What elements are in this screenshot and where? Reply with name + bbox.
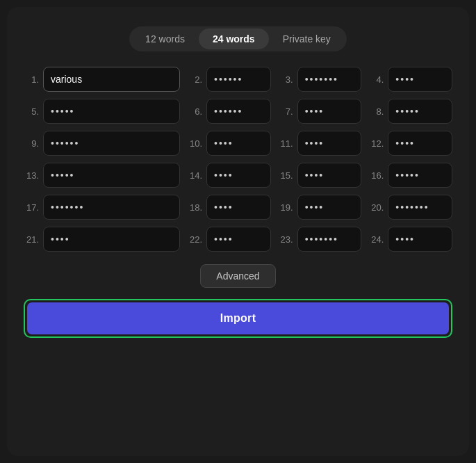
word-number: 8.	[368, 106, 384, 117]
word-cell: 8.•••••	[368, 99, 452, 124]
word-number: 20.	[368, 202, 384, 213]
word-cell: 19.••••	[278, 195, 362, 220]
import-button-wrapper: Import	[24, 299, 452, 338]
word-cell: 23.•••••••	[278, 227, 362, 252]
word-cell: 3.•••••••	[278, 67, 362, 92]
word-dot-3: •••••••	[297, 67, 362, 92]
word-number: 5.	[24, 106, 39, 117]
word-cell: 9.••••••	[24, 131, 180, 156]
word-cell: 13.•••••	[24, 163, 180, 188]
word-cell: 4.••••	[368, 67, 452, 92]
word-number: 4.	[368, 74, 384, 85]
word-cell: 12.••••	[368, 131, 452, 156]
word-dot-21: ••••	[43, 227, 180, 252]
word-cell: 1.	[24, 67, 180, 92]
words-grid: 1.2.••••••3.•••••••4.••••5.•••••6.••••••…	[24, 67, 452, 252]
tab-bar: 12 words 24 words Private key	[129, 26, 347, 51]
word-dot-22: ••••	[206, 227, 271, 252]
word-number: 12.	[368, 138, 384, 149]
word-cell: 11.••••	[278, 131, 362, 156]
word-number: 9.	[24, 138, 39, 149]
tab-12words[interactable]: 12 words	[131, 29, 199, 49]
word-dot-6: ••••••	[206, 99, 271, 124]
tab-24words[interactable]: 24 words	[199, 29, 269, 49]
word-dot-20: •••••••	[388, 195, 452, 220]
word-dot-8: •••••	[388, 99, 452, 124]
word-cell: 7.••••	[278, 99, 362, 124]
word-number: 11.	[278, 138, 293, 149]
word-number: 6.	[187, 106, 202, 117]
word-number: 22.	[187, 234, 202, 245]
import-modal: 12 words 24 words Private key 1.2.••••••…	[7, 7, 469, 456]
word-number: 23.	[278, 234, 293, 245]
word-number: 1.	[24, 74, 39, 85]
word-number: 21.	[24, 234, 39, 245]
word-dot-13: •••••	[43, 163, 180, 188]
word-cell: 5.•••••	[24, 99, 180, 124]
tab-privatekey[interactable]: Private key	[269, 29, 345, 49]
word-number: 3.	[278, 74, 293, 85]
word-input-1[interactable]	[43, 67, 180, 92]
word-dot-12: ••••	[388, 131, 452, 156]
word-cell: 6.••••••	[187, 99, 271, 124]
word-number: 10.	[187, 138, 202, 149]
word-dot-11: ••••	[297, 131, 362, 156]
word-number: 7.	[278, 106, 293, 117]
import-button[interactable]: Import	[27, 302, 449, 334]
word-number: 17.	[24, 202, 39, 213]
word-dot-15: ••••	[297, 163, 362, 188]
word-cell: 18.••••	[187, 195, 271, 220]
word-number: 15.	[278, 170, 293, 181]
word-number: 2.	[187, 74, 202, 85]
word-dot-24: ••••	[388, 227, 452, 252]
word-cell: 15.••••	[278, 163, 362, 188]
advanced-button[interactable]: Advanced	[200, 264, 275, 288]
word-cell: 24.••••	[368, 227, 452, 252]
word-dot-23: •••••••	[297, 227, 362, 252]
word-cell: 21.••••	[24, 227, 180, 252]
word-cell: 2.••••••	[187, 67, 271, 92]
word-cell: 14.••••	[187, 163, 271, 188]
word-dot-17: •••••••	[43, 195, 180, 220]
word-cell: 22.••••	[187, 227, 271, 252]
word-cell: 20.•••••••	[368, 195, 452, 220]
word-dot-2: ••••••	[206, 67, 271, 92]
word-dot-7: ••••	[297, 99, 362, 124]
word-dot-9: ••••••	[43, 131, 180, 156]
word-number: 14.	[187, 170, 202, 181]
word-dot-18: ••••	[206, 195, 271, 220]
word-cell: 16.•••••	[368, 163, 452, 188]
word-dot-10: ••••	[206, 131, 271, 156]
word-number: 18.	[187, 202, 202, 213]
word-cell: 17.•••••••	[24, 195, 180, 220]
word-number: 19.	[278, 202, 293, 213]
word-dot-14: ••••	[206, 163, 271, 188]
word-number: 24.	[368, 234, 384, 245]
word-dot-19: ••••	[297, 195, 362, 220]
word-dot-5: •••••	[43, 99, 180, 124]
word-dot-16: •••••	[388, 163, 452, 188]
word-number: 13.	[24, 170, 39, 181]
word-number: 16.	[368, 170, 384, 181]
word-cell: 10.••••	[187, 131, 271, 156]
word-dot-4: ••••	[388, 67, 452, 92]
